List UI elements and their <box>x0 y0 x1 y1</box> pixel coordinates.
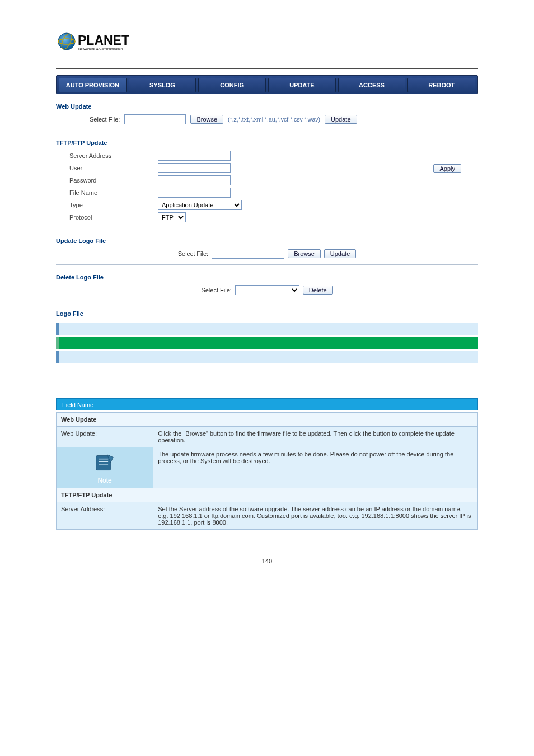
section-tftp: TFTP/FTP Update <box>56 139 478 146</box>
label-server-address: Server Address <box>69 152 153 159</box>
input-user[interactable] <box>158 163 231 173</box>
def-web-update-title: Web Update <box>61 416 96 423</box>
delete-logo-select[interactable] <box>235 285 299 295</box>
divider <box>56 228 478 228</box>
select-type[interactable]: Application Update <box>158 200 242 210</box>
input-password[interactable] <box>158 175 231 185</box>
definitions-header-field: Field Name <box>62 402 93 408</box>
svg-point-0 <box>58 33 75 50</box>
tab-update[interactable]: UPDATE <box>268 78 336 92</box>
section-logo-file: Logo File <box>56 310 478 317</box>
divider <box>56 264 478 265</box>
label-protocol: Protocol <box>69 214 153 221</box>
bar-light-1 <box>56 323 478 335</box>
note-label: Note <box>61 477 148 484</box>
input-server-address[interactable] <box>158 151 231 161</box>
update-logo-browse-button[interactable]: Browse <box>288 249 321 258</box>
definitions-header: Field Name <box>56 398 478 410</box>
def-tftp-server-text: Set the Server address of the software u… <box>153 502 478 530</box>
divider <box>56 130 478 130</box>
brand-logo: PLANET Networking & Communication <box>56 28 478 57</box>
web-update-browse-button[interactable]: Browse <box>190 115 223 124</box>
web-update-update-button[interactable]: Update <box>325 115 357 124</box>
update-logo-select-label: Select File: <box>178 250 208 257</box>
web-update-file-input[interactable] <box>124 114 186 124</box>
note-icon <box>92 451 118 473</box>
divider <box>56 301 478 301</box>
label-type: Type <box>69 202 153 208</box>
def-web-update-label: Web Update: <box>57 427 153 447</box>
brand-tagline: Networking & Communication <box>78 47 123 50</box>
bar-green <box>56 337 478 349</box>
update-logo-update-button[interactable]: Update <box>324 249 356 258</box>
brand-text: PLANET <box>78 33 129 48</box>
tab-bar: AUTO PROVISION SYSLOG CONFIG UPDATE ACCE… <box>56 75 478 94</box>
definitions-table: Web Update Web Update: Click the "Browse… <box>56 412 478 530</box>
label-file-name: File Name <box>69 189 153 196</box>
section-delete-logo: Delete Logo File <box>56 274 478 281</box>
select-protocol[interactable]: FTP <box>158 212 186 222</box>
input-file-name[interactable] <box>158 188 231 198</box>
web-update-hint: (*.z,*.txt,*.xml,*.au,*.vcf,*.csv,*.wav) <box>228 116 320 123</box>
web-update-select-file-label: Select File: <box>90 116 120 123</box>
logo-file-bars <box>56 323 478 363</box>
def-tftp-server-label: Server Address: <box>57 502 153 530</box>
tab-syslog[interactable]: SYSLOG <box>129 78 196 92</box>
top-rule <box>56 68 478 69</box>
bar-light-2 <box>56 351 478 363</box>
tab-config[interactable]: CONFIG <box>198 78 266 92</box>
tab-reboot[interactable]: REBOOT <box>407 78 475 92</box>
page-number: 140 <box>56 558 478 564</box>
delete-logo-delete-button[interactable]: Delete <box>303 286 333 295</box>
label-password: Password <box>69 177 153 184</box>
section-update-logo: Update Logo File <box>56 237 478 244</box>
tab-auto-provision[interactable]: AUTO PROVISION <box>59 78 127 92</box>
tftp-apply-button[interactable]: Apply <box>433 164 461 173</box>
label-user: User <box>69 165 153 171</box>
def-note-text: The update firmware process needs a few … <box>153 447 478 488</box>
tab-access[interactable]: ACCESS <box>338 78 406 92</box>
def-web-update-text: Click the "Browse" button to find the fi… <box>153 427 478 447</box>
section-web-update: Web Update <box>56 103 478 110</box>
delete-logo-select-label: Select File: <box>201 287 231 293</box>
update-logo-file-input[interactable] <box>212 249 284 259</box>
def-tftp-title: TFTP/FTP Update <box>61 492 112 498</box>
